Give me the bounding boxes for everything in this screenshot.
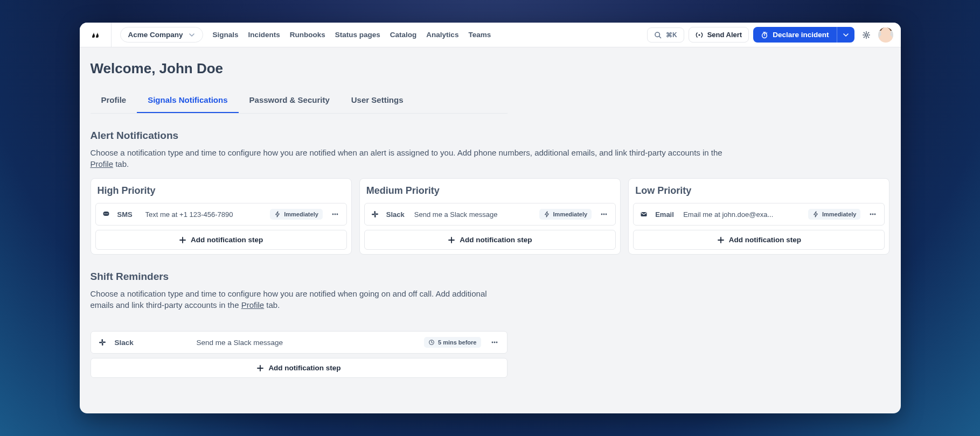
avatar[interactable]	[878, 27, 893, 43]
search-icon	[654, 31, 662, 39]
logo	[89, 30, 100, 40]
add-step-label: Add notification step	[460, 236, 532, 244]
nav-incidents[interactable]: Incidents	[248, 31, 280, 39]
shift-notification-step: Slack Send me a Slack message 5 mins bef…	[91, 331, 508, 354]
tab-user-settings[interactable]: User Settings	[340, 89, 414, 113]
tab-signals-notifications[interactable]: Signals Notifications	[137, 89, 238, 113]
chat-icon	[101, 209, 111, 219]
shift-reminders-title: Shift Reminders	[91, 271, 890, 283]
step-more-button[interactable]	[867, 210, 879, 218]
timing-label: Immediately	[822, 211, 857, 217]
declare-incident-button[interactable]: Declare incident	[753, 27, 836, 43]
channel-label: Slack	[115, 339, 141, 347]
page-title: Welcome, John Doe	[91, 60, 890, 77]
nav-teams[interactable]: Teams	[468, 31, 491, 39]
slack-icon	[370, 209, 380, 219]
priority-title: High Priority	[98, 185, 347, 196]
main-nav: Signals Incidents Runbooks Status pages …	[213, 31, 491, 39]
timing-pill: 5 mins before	[424, 337, 481, 348]
plus-icon	[448, 236, 455, 244]
notification-step: Slack Send me a Slack message Immediatel…	[364, 203, 616, 226]
content: Welcome, John Doe Profile Signals Notifi…	[80, 47, 901, 393]
timing-label: Immediately	[284, 211, 318, 217]
send-alert-label: Send Alert	[707, 31, 742, 39]
stopwatch-icon	[761, 31, 768, 39]
add-step-label: Add notification step	[191, 236, 263, 244]
add-step-label: Add notification step	[729, 236, 801, 244]
bolt-icon	[544, 211, 550, 217]
app-window: Acme Company Signals Incidents Runbooks …	[80, 23, 901, 413]
slack-icon	[98, 337, 107, 347]
step-more-button[interactable]	[329, 210, 341, 218]
search-shortcut: ⌘K	[666, 31, 677, 39]
step-more-button[interactable]	[598, 210, 610, 218]
tabs: Profile Signals Notifications Password &…	[91, 89, 508, 114]
priority-card-high: High Priority SMS Text me at +1 123-456-…	[91, 178, 352, 255]
email-icon	[639, 209, 649, 219]
settings-button[interactable]	[859, 27, 874, 43]
plus-icon	[256, 364, 264, 372]
plus-icon	[717, 236, 725, 244]
notification-step: Email Email me at john.doe@exa... Immedi…	[633, 203, 885, 226]
bolt-icon	[274, 211, 281, 217]
chevron-down-icon	[843, 32, 849, 38]
profile-link[interactable]: Profile	[241, 300, 265, 310]
chevron-down-icon	[189, 32, 195, 38]
tab-password-security[interactable]: Password & Security	[239, 89, 340, 113]
alert-notifications-title: Alert Notifications	[91, 130, 890, 142]
nav-runbooks[interactable]: Runbooks	[290, 31, 325, 39]
alert-notifications-description: Choose a notification type and time to c…	[91, 147, 737, 170]
topbar-right: ⌘K Send Alert Declare incident	[647, 27, 893, 43]
timing-label: Immediately	[553, 211, 588, 217]
nav-catalog[interactable]: Catalog	[390, 31, 417, 39]
add-step-button[interactable]: Add notification step	[364, 230, 616, 250]
profile-link[interactable]: Profile	[91, 159, 114, 168]
send-alert-button[interactable]: Send Alert	[689, 27, 749, 43]
nav-status-pages[interactable]: Status pages	[335, 31, 380, 39]
add-shift-step-button[interactable]: Add notification step	[91, 358, 508, 378]
declare-incident-group: Declare incident	[753, 27, 854, 43]
step-more-button[interactable]	[489, 339, 501, 346]
nav-signals[interactable]: Signals	[213, 31, 239, 39]
divider	[111, 23, 112, 47]
priority-card-low: Low Priority Email Email me at john.doe@…	[628, 178, 889, 255]
declare-incident-dropdown[interactable]	[837, 27, 854, 43]
add-step-label: Add notification step	[268, 364, 340, 372]
add-step-button[interactable]: Add notification step	[633, 230, 885, 250]
timing-pill: Immediately	[270, 209, 323, 220]
priority-cards: High Priority SMS Text me at +1 123-456-…	[91, 178, 890, 255]
topbar: Acme Company Signals Incidents Runbooks …	[80, 23, 901, 47]
step-description: Send me a Slack message	[148, 339, 416, 347]
search-button[interactable]: ⌘K	[647, 27, 684, 43]
shift-reminders-description: Choose a notification type and time to c…	[91, 288, 508, 311]
step-description: Send me a Slack message	[414, 210, 533, 219]
notification-step: SMS Text me at +1 123-456-7890 Immediate…	[95, 203, 347, 226]
timing-pill: Immediately	[808, 209, 861, 220]
priority-card-medium: Medium Priority Slack Send me a Slack me…	[359, 178, 621, 255]
timing-pill: Immediately	[539, 209, 592, 220]
channel-label: SMS	[117, 210, 139, 219]
nav-analytics[interactable]: Analytics	[426, 31, 458, 39]
channel-label: Email	[655, 210, 677, 219]
company-name: Acme Company	[128, 31, 183, 39]
step-description: Email me at john.doe@exa...	[683, 210, 802, 219]
bolt-icon	[812, 211, 819, 217]
priority-title: Medium Priority	[366, 185, 616, 196]
clock-icon	[428, 339, 435, 346]
channel-label: Slack	[386, 210, 408, 219]
declare-incident-label: Declare incident	[773, 31, 829, 39]
gear-icon	[862, 31, 871, 39]
broadcast-icon	[696, 31, 703, 39]
company-selector[interactable]: Acme Company	[120, 27, 203, 43]
tab-profile[interactable]: Profile	[91, 89, 137, 113]
timing-label: 5 mins before	[438, 339, 477, 346]
add-step-button[interactable]: Add notification step	[95, 230, 347, 250]
step-description: Text me at +1 123-456-7890	[145, 210, 264, 219]
plus-icon	[179, 236, 186, 244]
priority-title: Low Priority	[635, 185, 885, 196]
